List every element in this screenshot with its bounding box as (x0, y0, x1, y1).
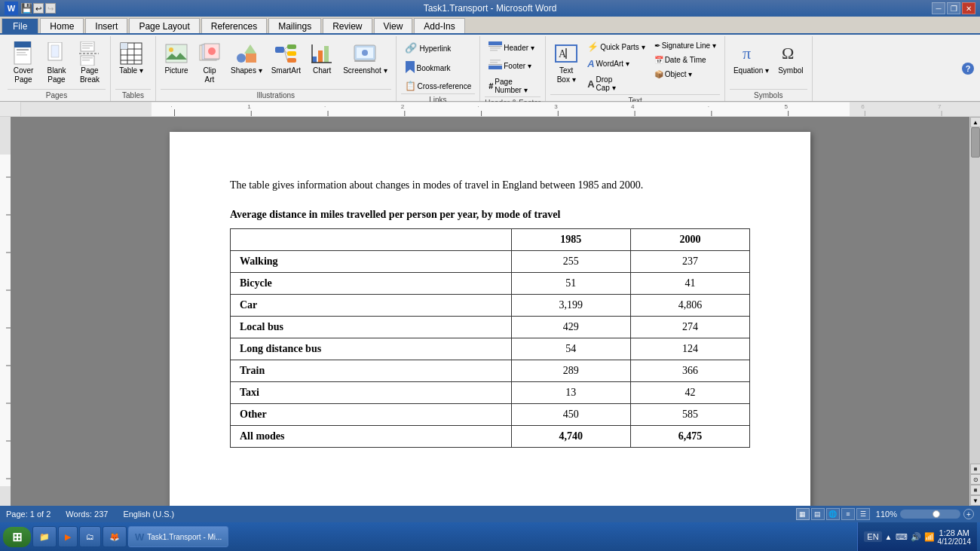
quick-access-undo[interactable]: ↩ (33, 3, 44, 14)
full-reading-button[interactable]: ▤ (811, 508, 825, 520)
object-button[interactable]: 📦 Object ▾ (651, 68, 720, 81)
wordart-button[interactable]: A WordArt ▾ (583, 56, 648, 72)
tab-page-layout[interactable]: Page Layout (129, 18, 199, 33)
scroll-prev-page[interactable]: ◾ (970, 464, 980, 474)
scroll-next-page[interactable]: ◾ (970, 485, 980, 495)
table-row: Long distance bus54124 (231, 338, 750, 360)
zoom-slider[interactable] (900, 510, 960, 519)
footer-button[interactable]: Footer ▾ (485, 57, 535, 75)
quick-parts-button[interactable]: ⚡ Quick Parts ▾ (583, 39, 648, 54)
start-orb: ⊞ (12, 530, 22, 544)
scroll-track (970, 127, 980, 464)
blank-page-button[interactable]: BlankPage (41, 39, 72, 87)
outline-view-button[interactable]: ≡ (841, 508, 855, 520)
symbol-button[interactable]: Ω Symbol (774, 39, 807, 78)
svg-text:·: · (477, 103, 479, 110)
svg-rect-32 (287, 44, 296, 49)
zoom-in-button[interactable]: + (963, 509, 974, 519)
svg-text:1: 1 (247, 103, 251, 110)
taskbar-files[interactable]: 🗂 (79, 526, 101, 547)
page-number-button[interactable]: # PageNumber ▾ (485, 75, 531, 96)
table-row: Local bus429274 (231, 317, 750, 338)
clock-time: 1:28 AM (938, 528, 972, 537)
equation-button[interactable]: π Equation ▾ (730, 39, 773, 78)
scroll-up-button[interactable]: ▲ (970, 117, 980, 127)
print-layout-button[interactable]: ▦ (796, 508, 810, 520)
footer-2000: 6,475 (630, 426, 749, 448)
taskbar-word[interactable]: W Task1.Transport - Mi... (128, 526, 228, 547)
footer-label: All modes (231, 426, 512, 448)
svg-rect-88 (0, 117, 11, 506)
scroll-down-button[interactable]: ▼ (970, 495, 980, 506)
signature-line-button[interactable]: ✒ Signature Line ▾ (651, 39, 720, 52)
media-icon: ▶ (65, 532, 71, 542)
help-button[interactable]: ? (962, 63, 974, 75)
hyperlink-button[interactable]: 🔗 Hyperlink (401, 39, 455, 58)
footer-1985: 4,740 (511, 426, 630, 448)
page-break-button[interactable]: PageBreak (74, 39, 106, 87)
clip-art-button[interactable]: ClipArt (194, 39, 225, 87)
tab-mailings[interactable]: Mailings (268, 18, 321, 33)
header-button[interactable]: Header ▾ (485, 39, 538, 57)
taskbar-media[interactable]: ▶ (58, 526, 78, 547)
symbols-group-label: Symbols (730, 89, 807, 101)
drop-cap-button[interactable]: A DropCap ▾ (583, 73, 648, 94)
tab-insert[interactable]: Insert (85, 18, 127, 33)
scroll-thumb[interactable] (971, 127, 980, 158)
clip-art-icon (198, 41, 222, 66)
zoom-thumb (933, 510, 940, 518)
close-button[interactable]: ✕ (962, 2, 975, 14)
svg-rect-54 (490, 62, 498, 63)
svg-text:·: · (170, 103, 172, 110)
draft-view-button[interactable]: ☰ (856, 508, 870, 520)
blank-page-label: BlankPage (47, 66, 66, 84)
tab-review[interactable]: Review (323, 18, 372, 33)
table-button[interactable]: Table ▾ (115, 39, 147, 78)
chart-button[interactable]: Chart (306, 39, 338, 78)
cover-page-button[interactable]: CoverPage (8, 39, 39, 87)
cross-reference-button[interactable]: 📋 Cross-reference (401, 78, 476, 93)
tab-home[interactable]: Home (40, 18, 84, 33)
smartart-button[interactable]: SmartArt (268, 39, 305, 78)
title-bar-left: W 💾 ↩ ↪ (5, 2, 56, 15)
page-break-label: PageBreak (80, 66, 100, 84)
tab-references[interactable]: References (201, 18, 267, 33)
svg-rect-33 (287, 51, 296, 56)
svg-line-35 (284, 47, 287, 50)
tab-view[interactable]: View (374, 18, 413, 33)
files-icon: 🗂 (86, 532, 94, 541)
start-button[interactable]: ⊞ (3, 527, 31, 547)
vertical-scrollbar[interactable]: ▲ ◾ ⊙ ◾ ▼ (969, 117, 980, 506)
header-label: Header ▾ (504, 44, 534, 52)
table-row: Train289366 (231, 360, 750, 382)
text-items: A TextBox ▾ ⚡ Quick Parts ▾ A WordArt ▾ (550, 38, 720, 94)
illustrations-items: Picture ClipArt (161, 38, 391, 89)
main-area: The table gives information about change… (0, 117, 980, 506)
cross-reference-icon: 📋 (405, 81, 416, 91)
svg-text:·: · (708, 103, 709, 110)
screenshot-button[interactable]: Screenshot ▾ (339, 39, 390, 78)
ribbon-tab-bar: File Home Insert Page Layout References … (0, 17, 980, 33)
restore-button[interactable]: ❐ (947, 2, 960, 14)
volume-icon: 🔊 (911, 532, 921, 542)
table-row: Bicycle5141 (231, 273, 750, 295)
date-time-button[interactable]: 📅 Date & Time (651, 54, 720, 66)
bookmark-button[interactable]: Bookmark (401, 59, 455, 78)
text-box-button[interactable]: A TextBox ▾ (550, 39, 582, 87)
picture-button[interactable]: Picture (161, 39, 192, 78)
ribbon: File Home Insert Page Layout References … (0, 17, 980, 102)
tab-add-ins[interactable]: Add-Ins (414, 18, 464, 33)
symbol-icon: Ω (779, 41, 803, 66)
minimize-button[interactable]: ─ (932, 2, 945, 14)
svg-rect-55 (488, 64, 502, 65)
scroll-select[interactable]: ⊙ (970, 474, 980, 485)
tab-file[interactable]: File (2, 18, 38, 33)
quick-access-save[interactable]: 💾 (21, 3, 32, 14)
svg-rect-8 (82, 43, 93, 44)
word-label: Task1.Transport - Mi... (147, 533, 222, 541)
quick-access-redo[interactable]: ↪ (45, 3, 56, 14)
taskbar-explorer[interactable]: 📁 (32, 526, 57, 547)
shapes-button[interactable]: Shapes ▾ (227, 39, 266, 78)
taskbar-firefox[interactable]: 🦊 (103, 526, 127, 547)
web-layout-button[interactable]: 🌐 (826, 508, 840, 520)
